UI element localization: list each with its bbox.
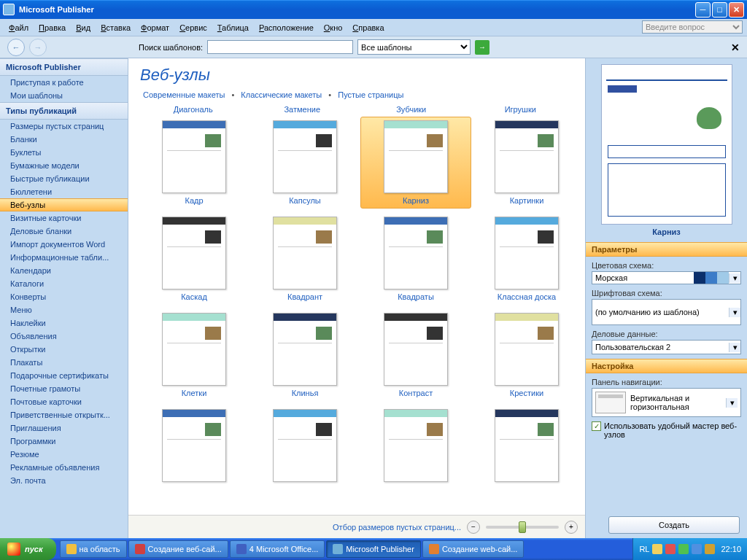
sidebar-item[interactable]: Открытки — [0, 343, 128, 356]
minimize-button[interactable]: ─ — [695, 2, 711, 18]
template-item[interactable] — [360, 405, 471, 486]
template-item[interactable]: Клинья — [249, 309, 360, 401]
menu-window[interactable]: Окно — [320, 22, 347, 34]
sidebar-item[interactable]: Приступая к работе — [0, 76, 128, 89]
back-button[interactable]: ← — [7, 39, 25, 56]
business-data-combo[interactable]: Пользовательская 2 ▾ — [592, 340, 741, 354]
zoom-in-button[interactable]: + — [565, 521, 578, 534]
gallery-heading[interactable]: Игрушки — [466, 105, 576, 114]
sidebar-item[interactable]: Информационные табли... — [0, 251, 128, 264]
sidebar-item[interactable]: Эл. почта — [0, 474, 128, 487]
tab-classic[interactable]: Классические макеты — [241, 90, 322, 99]
template-filter[interactable]: Все шаблоны — [357, 39, 471, 55]
close-button[interactable]: ✕ — [729, 2, 744, 18]
sidebar-item[interactable]: Календари — [0, 264, 128, 277]
menu-insert[interactable]: Вставка — [96, 22, 135, 34]
sidebar-item[interactable]: Подарочные сертификаты — [0, 369, 128, 382]
sidebar-item[interactable]: Буклеты — [0, 146, 128, 159]
template-item[interactable]: Квадрант — [249, 213, 360, 305]
wizard-checkbox[interactable]: ✓ — [592, 421, 601, 431]
template-item[interactable] — [139, 405, 249, 486]
template-item[interactable]: Классная доска — [471, 213, 582, 305]
template-item[interactable] — [249, 405, 360, 486]
color-scheme-combo[interactable]: Морская ▾ — [592, 271, 741, 284]
menu-table[interactable]: Таблица — [213, 22, 253, 34]
nav-panel-combo[interactable]: Вертикальная и горизонтальная ▾ — [592, 388, 741, 417]
template-item[interactable]: Капсулы — [249, 117, 360, 209]
sidebar-item[interactable]: Конверты — [0, 290, 128, 303]
sidebar-item[interactable]: Плакаты — [0, 356, 128, 369]
language-indicator[interactable]: RL — [639, 545, 649, 553]
taskbar-button[interactable]: Microsoft Publisher — [326, 540, 421, 558]
sidebar-item[interactable]: Рекламные объявления — [0, 461, 128, 474]
create-button[interactable]: Создать — [608, 516, 740, 534]
template-item[interactable]: Квадраты — [360, 213, 471, 305]
taskbar-button[interactable]: 4 Microsoft Office... — [230, 540, 325, 558]
tray-icon[interactable] — [652, 544, 662, 554]
chevron-down-icon[interactable]: ▾ — [729, 343, 740, 352]
chevron-down-icon[interactable]: ▾ — [729, 308, 740, 317]
sidebar-item[interactable]: Каталоги — [0, 277, 128, 290]
template-item[interactable]: Кадр — [139, 117, 249, 209]
help-search[interactable]: Введите вопрос — [642, 20, 743, 34]
template-item[interactable]: Карниз — [360, 117, 471, 209]
sidebar-item[interactable]: Деловые бланки — [0, 225, 128, 238]
tray-icon[interactable] — [705, 544, 715, 554]
sidebar-item[interactable]: Приглашения — [0, 421, 128, 435]
taskbar-button[interactable]: Создание web-сай... — [422, 540, 524, 558]
chevron-down-icon[interactable]: ▾ — [729, 273, 740, 283]
sidebar-item[interactable]: Наклейки — [0, 316, 128, 330]
sidebar-item[interactable]: Размеры пустых страниц — [0, 120, 128, 133]
taskbar-button[interactable]: Создание веб-сай... — [128, 540, 228, 558]
forward-button[interactable]: → — [29, 39, 47, 56]
panel-close-icon[interactable]: ✕ — [731, 42, 740, 53]
template-item[interactable]: Крестики — [471, 309, 582, 401]
gallery-heading[interactable]: Зубчики — [357, 105, 466, 114]
gallery-heading[interactable]: Затмение — [248, 105, 357, 114]
menu-format[interactable]: Формат — [136, 22, 174, 34]
zoom-out-button[interactable]: − — [467, 521, 480, 534]
sidebar-item[interactable]: Приветственные открытк... — [0, 408, 128, 421]
sidebar-item[interactable]: Веб-узлы — [0, 198, 128, 211]
tab-modern[interactable]: Современные макеты — [143, 90, 225, 99]
chevron-down-icon[interactable]: ▾ — [726, 398, 738, 408]
sidebar-item[interactable]: Резюме — [0, 448, 128, 461]
maximize-button[interactable]: □ — [712, 2, 727, 18]
menu-arrange[interactable]: Расположение — [255, 22, 318, 34]
sidebar-item[interactable]: Мои шаблоны — [0, 89, 128, 102]
sidebar-item[interactable]: Объявления — [0, 330, 128, 343]
menu-help[interactable]: Справка — [348, 22, 388, 34]
menu-service[interactable]: Сервис — [175, 22, 212, 34]
template-item[interactable]: Контраст — [360, 309, 471, 401]
tab-blank[interactable]: Пустые страницы — [338, 90, 403, 99]
sidebar-item[interactable]: Импорт документов Word — [0, 238, 128, 251]
zoom-slider[interactable] — [486, 526, 559, 529]
template-item[interactable] — [471, 405, 582, 486]
menu-file[interactable]: Файл — [4, 22, 33, 34]
sidebar-item[interactable]: Почтовые карточки — [0, 395, 128, 408]
menu-view[interactable]: Вид — [71, 22, 95, 34]
sidebar-item[interactable]: Визитные карточки — [0, 211, 128, 225]
template-item[interactable]: Картинки — [471, 117, 582, 209]
clock[interactable]: 22:10 — [721, 545, 741, 553]
taskbar-button[interactable]: на область — [60, 540, 127, 558]
gallery-heading[interactable]: Диагональ — [139, 105, 248, 114]
sidebar-item[interactable]: Почетные грамоты — [0, 382, 128, 395]
tray-icon[interactable] — [692, 544, 702, 554]
sidebar-item[interactable]: Программки — [0, 435, 128, 448]
template-search-input[interactable] — [207, 40, 353, 54]
sidebar-item[interactable]: Меню — [0, 303, 128, 316]
template-item[interactable]: Клетки — [139, 309, 249, 401]
tray-icon[interactable] — [678, 544, 689, 554]
sidebar-item[interactable]: Бумажные модели — [0, 159, 128, 172]
tray-icon[interactable] — [665, 544, 676, 554]
menu-edit[interactable]: Правка — [34, 22, 70, 34]
font-scheme-combo[interactable]: (по умолчанию из шаблона) ▾ — [592, 299, 741, 325]
blank-sizes-link[interactable]: Отбор размеров пустых страниц... — [333, 523, 461, 532]
sidebar-item[interactable]: Бланки — [0, 133, 128, 146]
sidebar-item[interactable]: Быстрые публикации — [0, 172, 128, 185]
zoom-knob[interactable] — [519, 521, 526, 533]
start-button[interactable]: пуск — [0, 538, 56, 560]
template-item[interactable]: Каскад — [139, 213, 249, 305]
search-go-button[interactable]: → — [475, 40, 489, 55]
